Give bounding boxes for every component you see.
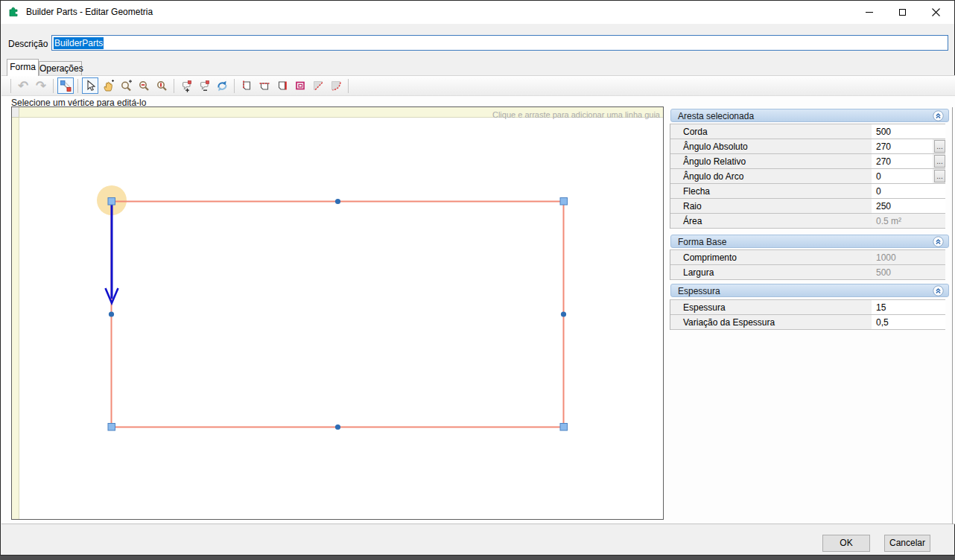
property-value-input[interactable]: 15: [872, 300, 945, 314]
midpoint-handle-left[interactable]: [109, 311, 114, 316]
property-row-comprimento: Comprimento 1000: [670, 250, 945, 265]
property-value-readonly: 0.5 m²: [872, 214, 945, 228]
shape-drawing[interactable]: [19, 118, 663, 519]
property-row-espessura: Espessura 15: [670, 300, 945, 315]
group-rows: Espessura 15 Variação da Espessura 0,5: [670, 299, 945, 330]
vertex-handle-top-left[interactable]: [108, 198, 115, 206]
group-rows: Comprimento 1000 Largura 500: [670, 249, 945, 280]
toolbar-separator: [53, 79, 54, 93]
property-value-input[interactable]: 250: [872, 199, 945, 213]
select-arrow-icon: [84, 80, 96, 92]
toolbar-separator: [174, 79, 174, 93]
toolbar-separator: [348, 79, 349, 93]
rectangle-outline-tool-button[interactable]: [292, 77, 308, 94]
zoom-extents-button[interactable]: [153, 77, 170, 94]
ellipsis-button[interactable]: ...: [934, 155, 945, 168]
select-tool-button[interactable]: [82, 77, 98, 94]
description-selected-text: BuilderParts: [54, 37, 104, 49]
property-row-raio: Raio 250: [670, 199, 945, 214]
collapse-chevron-icon[interactable]: [933, 110, 944, 121]
toolbar: ↶ ↷: [1, 76, 955, 96]
group-header-aresta-selecionada: Aresta selecionada: [670, 109, 949, 122]
property-label: Raio: [683, 201, 702, 211]
property-value-input[interactable]: 0: [872, 169, 933, 183]
edge-top-tool-button[interactable]: [256, 77, 273, 94]
tab-forma[interactable]: Forma: [7, 59, 39, 76]
toolbar-separator: [234, 79, 235, 93]
property-label: Comprimento: [683, 252, 737, 263]
property-value-readonly: 1000: [872, 250, 945, 264]
maximize-button[interactable]: [886, 1, 919, 23]
redo-button[interactable]: ↷: [33, 77, 49, 94]
property-row-angulo-relativo: Ângulo Relativo 270 ...: [670, 154, 945, 169]
property-value-input[interactable]: 500: [872, 124, 945, 139]
title-bar: Builder Parts - Editar Geometria: [1, 1, 954, 24]
property-label: Ângulo Relativo: [683, 156, 746, 167]
chamfer-corner-tool-button[interactable]: [310, 77, 326, 94]
horizontal-guide-ruler[interactable]: Clique e arraste para adicionar uma linh…: [19, 107, 663, 118]
undo-button[interactable]: ↶: [15, 77, 31, 94]
vertex-handle-bottom-left[interactable]: [108, 424, 115, 431]
zoom-out-button[interactable]: [136, 77, 152, 94]
ellipsis-button[interactable]: ...: [934, 170, 945, 182]
edge-right-solid-icon: [276, 80, 288, 92]
group-title: Aresta selecionada: [678, 111, 754, 121]
property-value-readonly: 500: [872, 265, 945, 279]
minimize-icon: [866, 12, 873, 13]
property-label: Área: [683, 216, 702, 226]
invert-direction-button[interactable]: [214, 77, 230, 94]
close-icon: [932, 8, 940, 16]
geometry-canvas[interactable]: Clique e arraste para adicionar uma linh…: [11, 106, 664, 520]
redo-icon: ↷: [36, 80, 46, 92]
property-value-input[interactable]: 0: [872, 184, 945, 198]
vertical-guide-ruler[interactable]: [12, 118, 19, 519]
property-value-input[interactable]: 270: [872, 154, 933, 168]
group-title: Espessura: [678, 286, 720, 296]
collapse-chevron-icon[interactable]: [933, 285, 944, 296]
property-label: Largura: [683, 267, 714, 278]
property-row-angulo-do-arco: Ângulo do Arco 0 ...: [670, 169, 945, 184]
property-row-angulo-absoluto: Ângulo Absoluto 270 ...: [670, 139, 945, 154]
remove-vertex-icon: [198, 80, 211, 92]
collapse-chevron-icon[interactable]: [933, 236, 944, 247]
edge-left-dashed-icon: [241, 80, 253, 92]
property-value-input[interactable]: 0,5: [872, 315, 945, 329]
dialog-window: Builder Parts - Editar Geometria Descriç…: [0, 0, 955, 556]
add-vertex-button[interactable]: [178, 77, 194, 94]
property-row-flecha: Flecha 0: [670, 184, 945, 199]
window-title: Builder Parts - Editar Geometria: [26, 1, 153, 24]
midpoint-handle-top[interactable]: [335, 199, 340, 204]
zoom-extents-icon: [156, 80, 168, 92]
midpoint-handle-bottom[interactable]: [335, 424, 340, 430]
add-vertex-icon: [180, 80, 193, 92]
description-input[interactable]: BuilderParts: [51, 35, 948, 51]
midpoint-handle-right[interactable]: [561, 311, 566, 316]
tab-operacoes[interactable]: Operações: [39, 61, 82, 75]
property-value-input[interactable]: 270: [872, 139, 933, 153]
edit-vertices-icon: [60, 80, 72, 92]
close-button[interactable]: [919, 1, 953, 23]
zoom-in-button[interactable]: [118, 77, 134, 94]
vertex-handle-bottom-right[interactable]: [560, 424, 568, 431]
remove-vertex-button[interactable]: [196, 77, 212, 94]
property-label: Variação da Espessura: [683, 317, 775, 328]
minimize-button[interactable]: [852, 1, 886, 23]
fillet-corner-icon: [330, 80, 342, 92]
property-row-corda: Corda 500: [670, 124, 945, 139]
pan-tool-button[interactable]: [100, 77, 116, 94]
cancel-button[interactable]: Cancelar: [884, 535, 930, 552]
edge-right-tool-button[interactable]: [274, 77, 291, 94]
group-header-forma-base: Forma Base: [670, 235, 949, 248]
property-label: Corda: [683, 127, 708, 137]
ellipsis-button[interactable]: ...: [934, 140, 945, 153]
vertex-handle-top-right[interactable]: [560, 198, 568, 206]
description-label: Descrição: [8, 39, 48, 49]
fillet-corner-tool-button[interactable]: [328, 77, 344, 94]
ok-button[interactable]: OK: [822, 535, 870, 552]
group-rows: Corda 500 Ângulo Absoluto 270 ... Ângulo…: [670, 124, 945, 229]
ruler-corner: [12, 107, 19, 118]
edge-left-tool-button[interactable]: [238, 77, 255, 94]
undo-icon: ↶: [18, 80, 28, 92]
edit-vertices-tool-button[interactable]: [57, 77, 74, 94]
edge-top-dashed-icon: [258, 80, 270, 92]
